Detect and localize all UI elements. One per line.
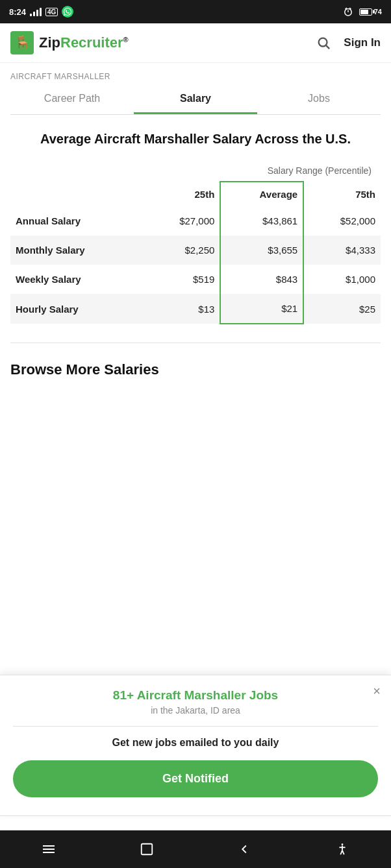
table-row: Hourly Salary $13 $21 $25 — [10, 294, 381, 324]
signal-bars — [30, 7, 42, 16]
signal-bar-4 — [40, 8, 42, 16]
row-p75: $25 — [303, 294, 381, 324]
row-p25: $13 — [144, 294, 221, 324]
alarm-icon — [342, 7, 354, 16]
svg-point-4 — [319, 38, 327, 47]
nav-menu-button[interactable] — [34, 835, 63, 863]
row-label: Monthly Salary — [10, 235, 144, 265]
status-time: 8:24 — [9, 7, 26, 17]
row-p75: $52,000 — [303, 206, 381, 235]
salary-table: 25th Average 75th Annual Salary $27,000 … — [10, 181, 381, 324]
popup-card: × 81+ Aircraft Marshaller Jobs in the Ja… — [0, 675, 391, 816]
header-actions: Sign In — [314, 33, 381, 53]
network-badge: 4G — [45, 8, 58, 16]
col-header-75th: 75th — [303, 182, 381, 206]
row-avg: $43,861 — [220, 206, 303, 235]
popup-email-text: Get new jobs emailed to you daily — [13, 737, 378, 749]
nav-home-button[interactable] — [132, 835, 161, 863]
app-header: 🪑 ZipRecruiter® Sign In — [0, 23, 391, 63]
browse-salaries-title: Browse More Salaries — [10, 361, 381, 378]
salary-table-wrapper: Salary Range (Percentile) 25th Average 7… — [10, 165, 381, 324]
menu-icon — [41, 841, 57, 857]
job-category-label: AIRCRAFT MARSHALLER — [10, 72, 381, 81]
logo-trademark: ® — [123, 36, 129, 43]
battery-fill — [360, 10, 368, 14]
row-avg: $3,655 — [220, 235, 303, 265]
nav-back-button[interactable] — [230, 835, 259, 863]
popup-jobs-count: 81+ Aircraft Marshaller Jobs — [13, 688, 378, 703]
tab-jobs[interactable]: Jobs — [257, 85, 381, 114]
battery-percent: 74 — [374, 8, 382, 16]
home-icon — [140, 842, 154, 856]
popup-divider — [13, 726, 378, 727]
svg-point-10 — [341, 843, 343, 845]
accessibility-icon — [335, 842, 349, 856]
tab-career-path[interactable]: Career Path — [10, 85, 134, 114]
table-header-row: 25th Average 75th — [10, 182, 381, 206]
popup-close-button[interactable]: × — [373, 684, 381, 697]
section-divider — [10, 343, 381, 343]
row-label: Hourly Salary — [10, 294, 144, 324]
status-right: 74 — [342, 7, 382, 16]
row-avg: $843 — [220, 265, 303, 294]
row-p75: $4,333 — [303, 235, 381, 265]
svg-rect-9 — [142, 844, 153, 855]
table-row: Monthly Salary $2,250 $3,655 $4,333 — [10, 235, 381, 265]
search-button[interactable] — [314, 33, 333, 53]
row-label: Weekly Salary — [10, 265, 144, 294]
col-header-label — [10, 182, 144, 206]
signal-bar-1 — [30, 14, 32, 16]
table-row: Annual Salary $27,000 $43,861 $52,000 — [10, 206, 381, 235]
svg-line-14 — [342, 850, 344, 854]
logo-text: ZipRecruiter® — [39, 34, 129, 51]
logo-area: 🪑 ZipRecruiter® — [10, 31, 129, 54]
percentile-label: Salary Range (Percentile) — [268, 165, 372, 176]
tab-salary[interactable]: Salary — [134, 85, 257, 114]
row-p25: $27,000 — [144, 206, 221, 235]
percentile-label-row: Salary Range (Percentile) — [10, 165, 381, 176]
bottom-nav-bar — [0, 830, 391, 868]
row-avg: $21 — [220, 294, 303, 324]
logo-name-part2: Recruiter — [60, 34, 123, 51]
battery-indicator: 74 — [359, 8, 382, 16]
salary-section-title: Average Aircraft Marshaller Salary Acros… — [10, 130, 381, 147]
salary-table-body: Annual Salary $27,000 $43,861 $52,000 Mo… — [10, 206, 381, 324]
whatsapp-icon — [62, 6, 73, 18]
nav-accessibility-button[interactable] — [328, 835, 357, 863]
back-icon — [237, 842, 251, 856]
row-p25: $519 — [144, 265, 221, 294]
get-notified-button[interactable]: Get Notified — [13, 760, 378, 797]
col-header-25th: 25th — [144, 182, 221, 206]
logo-name-part1: Zip — [39, 34, 60, 51]
row-label: Annual Salary — [10, 206, 144, 235]
popup-location: in the Jakarta, ID area — [13, 705, 378, 716]
row-p25: $2,250 — [144, 235, 221, 265]
status-bar: 8:24 4G 74 — [0, 0, 391, 23]
battery-icon — [359, 8, 372, 16]
svg-line-5 — [326, 45, 329, 49]
tab-bar: Career Path Salary Jobs — [10, 85, 381, 115]
sign-in-button[interactable]: Sign In — [344, 36, 381, 49]
row-p75: $1,000 — [303, 265, 381, 294]
logo-chair-icon: 🪑 — [10, 31, 34, 54]
signal-bar-3 — [36, 10, 38, 16]
col-header-avg: Average — [220, 182, 303, 206]
signal-bar-2 — [33, 12, 35, 16]
main-content: Average Aircraft Marshaller Salary Acros… — [0, 115, 391, 399]
search-icon — [316, 36, 331, 50]
table-row: Weekly Salary $519 $843 $1,000 — [10, 265, 381, 294]
job-title-section: AIRCRAFT MARSHALLER Career Path Salary J… — [0, 63, 391, 115]
status-left: 8:24 4G — [9, 6, 73, 18]
